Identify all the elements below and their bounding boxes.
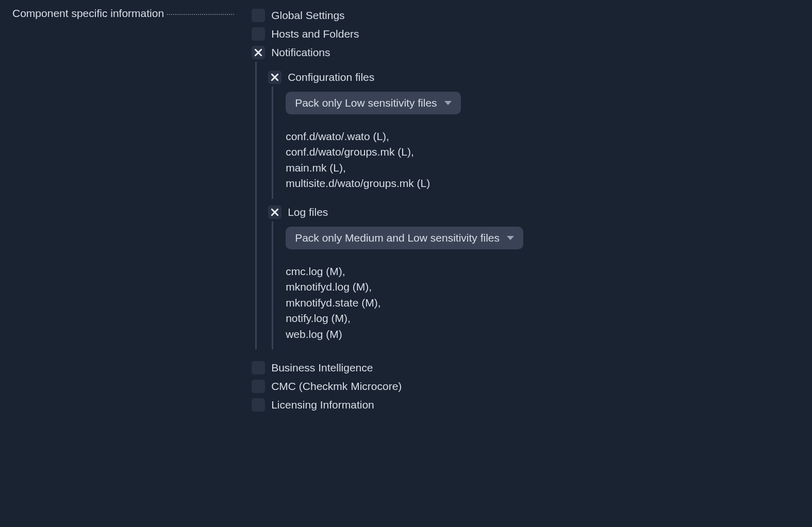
file-entry: conf.d/wato/.wato (L),: [286, 129, 523, 144]
file-entry: main.mk (L),: [286, 160, 523, 176]
file-entry: mknotifyd.state (M),: [286, 295, 523, 311]
component-item-hosts-and-folders[interactable]: Hosts and Folders: [252, 25, 523, 43]
dropdown-label: Pack only Low sensitivity files: [295, 97, 437, 109]
component-item-global-settings[interactable]: Global Settings: [252, 6, 523, 25]
configuration-files-details: Pack only Low sensitivity files conf.d/w…: [272, 87, 523, 199]
row-label: Component specific information: [12, 7, 164, 20]
file-entry: web.log (M): [286, 327, 523, 342]
file-entry: conf.d/wato/groups.mk (L),: [286, 144, 523, 160]
dropdown-label: Pack only Medium and Low sensitivity fil…: [295, 232, 500, 244]
file-entry: mknotifyd.log (M),: [286, 279, 523, 295]
component-specific-info-row: Component specific information Global Se…: [12, 6, 800, 414]
dotted-leader: [167, 14, 234, 15]
checkbox-unchecked[interactable]: [252, 9, 265, 22]
component-item-label: Licensing Information: [271, 399, 374, 411]
component-item-label: Notifications: [271, 46, 330, 59]
close-x-icon: [271, 209, 278, 216]
file-entry: notify.log (M),: [286, 311, 523, 326]
checkbox-unchecked[interactable]: [252, 398, 265, 412]
checkbox-unchecked[interactable]: [252, 27, 265, 41]
file-entry: multisite.d/wato/groups.mk (L): [286, 176, 523, 191]
component-list: Global Settings Hosts and Folders Notifi…: [252, 6, 523, 414]
component-item-licensing[interactable]: Licensing Information: [252, 396, 523, 414]
checkbox-unchecked[interactable]: [252, 361, 265, 375]
caret-down-icon: [507, 236, 514, 240]
caret-down-icon: [444, 101, 452, 105]
notifications-children: Configuration files Pack only Low sensit…: [255, 62, 523, 349]
component-item-business-intelligence[interactable]: Business Intelligence: [252, 359, 523, 377]
close-x-icon: [255, 49, 262, 56]
sub-item-label: Log files: [288, 206, 328, 218]
checkbox-checked[interactable]: [268, 206, 281, 219]
sensitivity-select-log[interactable]: Pack only Medium and Low sensitivity fil…: [286, 227, 523, 249]
sub-item-label: Configuration files: [288, 71, 374, 83]
config-file-list: conf.d/wato/.wato (L), conf.d/wato/group…: [286, 129, 523, 192]
row-label-container: Component specific information: [12, 6, 234, 20]
component-item-cmc[interactable]: CMC (Checkmk Microcore): [252, 377, 523, 396]
component-item-label: CMC (Checkmk Microcore): [271, 380, 402, 393]
component-item-notifications[interactable]: Notifications: [252, 43, 523, 62]
sub-item-configuration-files[interactable]: Configuration files: [268, 68, 523, 87]
file-entry: cmc.log (M),: [286, 264, 523, 279]
log-file-list: cmc.log (M), mknotifyd.log (M), mknotify…: [286, 264, 523, 342]
component-item-label: Hosts and Folders: [271, 28, 359, 40]
sensitivity-select-config[interactable]: Pack only Low sensitivity files: [286, 92, 460, 114]
close-x-icon: [271, 74, 278, 81]
checkbox-unchecked[interactable]: [252, 380, 265, 393]
checkbox-checked[interactable]: [252, 46, 265, 59]
component-item-label: Global Settings: [271, 9, 344, 22]
sub-item-log-files[interactable]: Log files: [268, 203, 523, 222]
component-item-label: Business Intelligence: [271, 362, 373, 374]
log-files-details: Pack only Medium and Low sensitivity fil…: [272, 222, 523, 349]
checkbox-checked[interactable]: [268, 71, 281, 84]
